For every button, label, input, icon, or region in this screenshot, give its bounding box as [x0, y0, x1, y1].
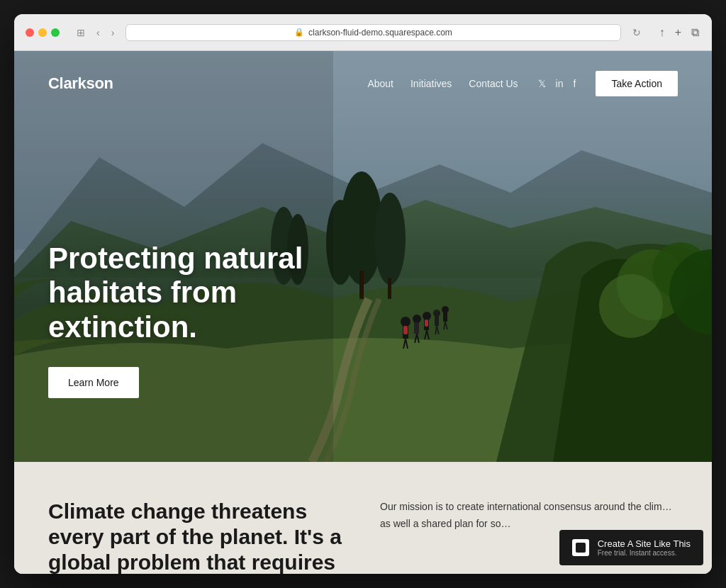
- brand-logo[interactable]: Clarkson: [48, 74, 113, 93]
- nav-link-contact[interactable]: Contact Us: [469, 78, 518, 89]
- content-description: Our mission is to create international c…: [380, 499, 678, 533]
- back-button[interactable]: ‹: [94, 26, 103, 40]
- share-button[interactable]: ↑: [658, 25, 666, 40]
- nav-right: About Initiatives Contact Us 𝕏 in f Take…: [367, 71, 678, 96]
- nav-link-initiatives[interactable]: Initiatives: [411, 78, 452, 89]
- minimize-button[interactable]: [38, 28, 47, 37]
- take-action-button[interactable]: Take Action: [596, 71, 678, 96]
- navigation: Clarkson About Initiatives Contact Us 𝕏 …: [14, 51, 712, 116]
- squarespace-banner[interactable]: Create A Site Like This Free trial. Inst…: [559, 530, 703, 565]
- squarespace-sub-text: Free trial. Instant access.: [598, 549, 691, 557]
- browser-controls: ⊞ ‹ ›: [74, 26, 117, 40]
- url-text: clarkson-fluid-demo.squarespace.com: [308, 28, 452, 38]
- nav-links: About Initiatives Contact Us: [367, 78, 518, 89]
- windows-button[interactable]: ⧉: [690, 25, 700, 40]
- close-button[interactable]: [26, 28, 34, 37]
- browser-window: ⊞ ‹ › 🔒 clarkson-fluid-demo.squarespace.…: [14, 14, 712, 574]
- hero-title: Protecting natural habitats from extinct…: [48, 242, 360, 344]
- content-left: Climate change threatens every part of t…: [48, 499, 346, 574]
- address-bar[interactable]: 🔒 clarkson-fluid-demo.squarespace.com: [125, 24, 620, 41]
- squarespace-text: Create A Site Like This Free trial. Inst…: [598, 538, 691, 557]
- squarespace-main-text: Create A Site Like This: [598, 538, 691, 549]
- content-heading: Climate change threatens every part of t…: [48, 499, 346, 574]
- website-content: Clarkson About Initiatives Contact Us 𝕏 …: [14, 51, 712, 574]
- nav-social: 𝕏 in f: [538, 78, 576, 89]
- sidebar-toggle-button[interactable]: ⊞: [74, 26, 88, 40]
- browser-chrome: ⊞ ‹ › 🔒 clarkson-fluid-demo.squarespace.…: [14, 14, 712, 51]
- new-tab-button[interactable]: +: [674, 25, 683, 40]
- nav-link-about[interactable]: About: [367, 78, 393, 89]
- facebook-icon[interactable]: f: [574, 78, 576, 89]
- traffic-lights: [26, 28, 60, 37]
- fullscreen-button[interactable]: [51, 28, 60, 37]
- learn-more-button[interactable]: Learn More: [48, 367, 139, 398]
- squarespace-logo-inner: [576, 543, 586, 553]
- twitter-icon[interactable]: 𝕏: [538, 78, 546, 89]
- hero-content: Protecting natural habitats from extinct…: [48, 242, 360, 398]
- refresh-button[interactable]: ↻: [630, 26, 644, 40]
- hero-section: Clarkson About Initiatives Contact Us 𝕏 …: [14, 51, 712, 462]
- squarespace-logo: [572, 539, 589, 556]
- lock-icon: 🔒: [294, 28, 304, 37]
- forward-button[interactable]: ›: [108, 26, 118, 40]
- browser-actions: ↑ + ⧉: [658, 25, 700, 40]
- linkedin-icon[interactable]: in: [556, 78, 564, 89]
